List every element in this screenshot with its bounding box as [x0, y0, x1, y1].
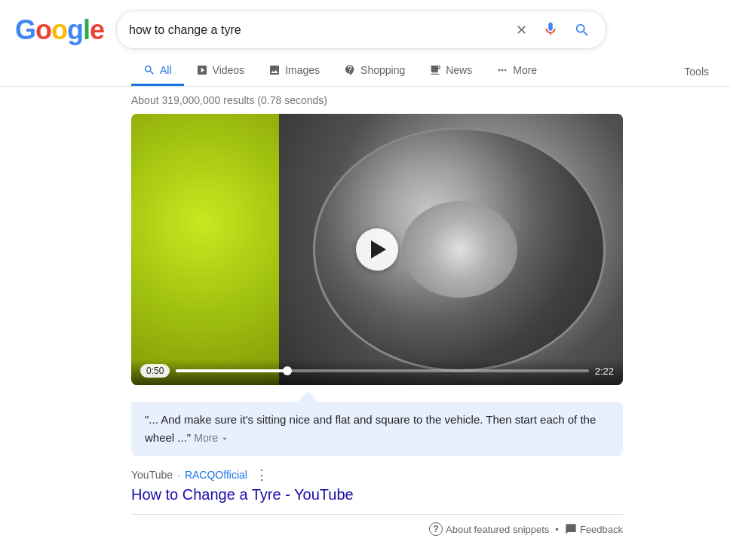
images-tab-icon [268, 64, 281, 76]
feedback-link[interactable]: Feedback [565, 523, 623, 535]
tab-videos[interactable]: Videos [184, 57, 257, 86]
tab-news[interactable]: News [417, 57, 484, 86]
progress-fill [176, 369, 287, 372]
all-tab-icon [143, 64, 155, 76]
main-content: 0:50 2:22 "... And make sure it's sittin… [0, 114, 626, 551]
question-icon: ? [429, 522, 443, 536]
mic-icon [542, 20, 559, 39]
snippet-more-link[interactable]: More [194, 430, 230, 446]
progress-dot [283, 366, 292, 375]
logo-g1: G [15, 14, 35, 45]
search-input[interactable] [129, 23, 505, 37]
snippet-text-area: "... And make sure it's sitting nice and… [131, 402, 623, 456]
results-count: About 319,000,000 results (0.78 seconds) [0, 87, 730, 114]
source-line: YouTube · RACQOfficial ⋮ [131, 467, 623, 483]
play-button[interactable] [356, 228, 398, 271]
video-controls: 0:50 2:22 [131, 360, 623, 385]
logo-l: l [83, 14, 90, 45]
snippet-triangle [297, 391, 318, 402]
tab-shopping-label: Shopping [360, 64, 405, 76]
search-button[interactable] [571, 19, 594, 41]
tools-button[interactable]: Tools [678, 58, 715, 85]
shopping-tab-icon [344, 64, 356, 76]
voice-search-button[interactable] [539, 17, 562, 42]
video-duration: 2:22 [595, 366, 614, 377]
source-channel-link[interactable]: RACQOfficial [185, 469, 247, 481]
tab-shopping[interactable]: Shopping [332, 57, 417, 86]
logo-o2: o [51, 14, 67, 45]
tab-videos-label: Videos [213, 64, 245, 76]
source-site-name: YouTube [131, 469, 173, 481]
clear-icon [516, 22, 527, 38]
tab-more-label: More [513, 64, 537, 76]
tab-images-label: Images [285, 64, 320, 76]
header: Google [0, 0, 730, 49]
more-tab-icon [496, 64, 508, 76]
feedback-icon [565, 523, 577, 535]
result-title-link[interactable]: How to Change a Tyre - YouTube [131, 486, 623, 503]
tab-all[interactable]: All [131, 57, 184, 86]
progress-bar-wrapper: 0:50 2:22 [140, 364, 614, 378]
logo-e: e [90, 14, 104, 45]
wheel-area-visual [279, 114, 623, 385]
videos-tab-icon [196, 64, 208, 76]
news-tab-icon [429, 64, 441, 76]
tab-all-label: All [160, 64, 172, 76]
search-bar [116, 11, 606, 49]
about-snippets-link[interactable]: ? About featured snippets [429, 522, 549, 536]
google-logo: Google [15, 14, 104, 46]
about-snippets-label: About featured snippets [446, 524, 549, 535]
nav-tabs: All Videos Images Shopping N [0, 54, 730, 87]
wheel-hub [402, 201, 517, 297]
featured-snippet-card: 0:50 2:22 [131, 114, 623, 385]
tab-images[interactable]: Images [256, 57, 332, 86]
more-options-button[interactable]: ⋮ [255, 467, 268, 483]
video-thumbnail[interactable]: 0:50 2:22 [131, 114, 623, 385]
logo-g2: g [67, 14, 83, 45]
logo-o1: o [35, 14, 51, 45]
footer-separator: • [555, 524, 559, 535]
feedback-label: Feedback [580, 524, 623, 535]
time-badge: 0:50 [140, 364, 170, 378]
progress-bar[interactable] [176, 369, 588, 372]
tab-news-label: News [446, 64, 472, 76]
search-icons [513, 17, 594, 42]
clear-button[interactable] [513, 19, 530, 41]
tab-more[interactable]: More [484, 57, 549, 86]
footer-info: ? About featured snippets • Feedback [131, 514, 623, 536]
